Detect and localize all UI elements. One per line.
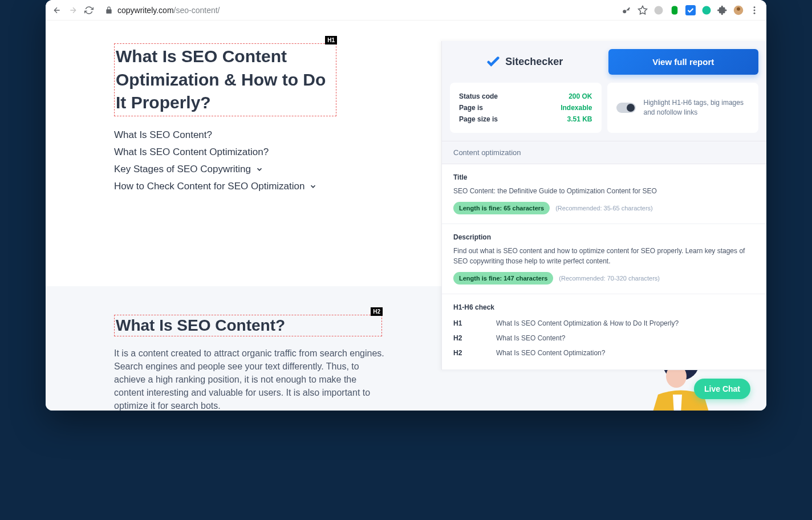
- status-value: 200 OK: [569, 92, 592, 100]
- sitechecker-logo-icon: [487, 56, 500, 68]
- sitechecker-panel: Sitechecker View full report Status code…: [441, 41, 766, 370]
- title-length-badge: Length is fine: 65 characters: [453, 202, 550, 214]
- chevron-down-icon: [255, 165, 263, 173]
- avatar-icon[interactable]: [733, 5, 744, 15]
- page-h2: What Is SEO Content?: [116, 316, 380, 335]
- title-check-label: Title: [453, 173, 755, 181]
- status-label: Status code: [459, 92, 498, 100]
- url-bar[interactable]: copywritely.com/seo-content/: [100, 6, 615, 15]
- heading-row: H1What Is SEO Content Optimization & How…: [453, 316, 755, 331]
- chevron-down-icon: [309, 182, 317, 190]
- h1-highlight-box: H1 What Is SEO Content Optimization & Ho…: [114, 43, 336, 116]
- status-label: Page is: [459, 104, 483, 112]
- highlight-toggle[interactable]: [616, 103, 636, 113]
- ext-icon-1[interactable]: [653, 5, 664, 15]
- star-icon[interactable]: [638, 5, 648, 15]
- browser-toolbar: copywritely.com/seo-content/: [46, 0, 766, 21]
- svg-point-1: [655, 6, 663, 14]
- back-icon[interactable]: [52, 6, 62, 15]
- h2-highlight-box: H2 What Is SEO Content?: [114, 315, 382, 336]
- status-value: 3.51 KB: [567, 115, 592, 123]
- sitechecker-ext-icon[interactable]: [685, 5, 696, 15]
- live-chat-button[interactable]: Live Chat: [694, 379, 750, 399]
- desc-check-value: Find out what is SEO content and how to …: [453, 246, 755, 266]
- title-check-value: SEO Content: the Definitive Guide to Opt…: [453, 186, 755, 196]
- desc-recommendation: (Recommended: 70-320 characters): [559, 275, 660, 282]
- brand-area: Sitechecker: [450, 49, 600, 75]
- url-text: copywritely.com/seo-content/: [117, 6, 220, 15]
- reload-icon[interactable]: [84, 6, 94, 15]
- grammarly-icon[interactable]: [701, 5, 712, 15]
- lock-icon: [105, 6, 113, 14]
- browser-window: copywritely.com/seo-content/ H1 What Is …: [46, 0, 766, 411]
- evernote-icon[interactable]: [669, 5, 680, 15]
- heading-row: H2What Is SEO Content Optimization?: [453, 346, 755, 360]
- title-recommendation: (Recommended: 35-65 characters): [555, 205, 653, 212]
- extensions-icon[interactable]: [717, 5, 728, 15]
- status-label: Page size is: [459, 115, 498, 123]
- heading-row: H2What Is SEO Content?: [453, 331, 755, 346]
- svg-point-7: [754, 9, 756, 11]
- h1-badge: H1: [325, 36, 337, 44]
- key-icon[interactable]: [622, 5, 632, 15]
- view-full-report-button[interactable]: View full report: [608, 49, 759, 75]
- toggle-label: Highlight H1-H6 tags, big images and nof…: [644, 98, 750, 117]
- forward-icon[interactable]: [68, 6, 78, 15]
- status-card: Status code200 OK Page isIndexable Page …: [450, 83, 602, 133]
- highlight-toggle-card: Highlight H1-H6 tags, big images and nof…: [607, 83, 759, 133]
- page-h1: What Is SEO Content Optimization & How t…: [116, 45, 335, 115]
- title-check-section: Title SEO Content: the Definitive Guide …: [442, 164, 766, 224]
- section-body-text: It is a content created to attract organ…: [114, 347, 388, 411]
- desc-length-badge: Length is fine: 147 characters: [453, 272, 553, 285]
- svg-point-3: [703, 6, 711, 14]
- svg-point-8: [754, 12, 756, 14]
- svg-point-6: [754, 6, 756, 8]
- status-value: Indexable: [561, 104, 592, 112]
- desc-check-label: Description: [453, 233, 755, 241]
- content-optimization-header: Content optimization: [442, 141, 766, 164]
- description-check-section: Description Find out what is SEO content…: [442, 224, 766, 294]
- headings-check-section: H1-H6 check H1What Is SEO Content Optimi…: [442, 294, 766, 370]
- toolbar-icons: [622, 5, 760, 15]
- headings-check-label: H1-H6 check: [453, 303, 755, 311]
- h2-badge: H2: [371, 307, 383, 316]
- svg-point-0: [623, 10, 626, 13]
- menu-icon[interactable]: [749, 5, 760, 15]
- svg-point-5: [737, 7, 740, 10]
- brand-name: Sitechecker: [505, 56, 563, 68]
